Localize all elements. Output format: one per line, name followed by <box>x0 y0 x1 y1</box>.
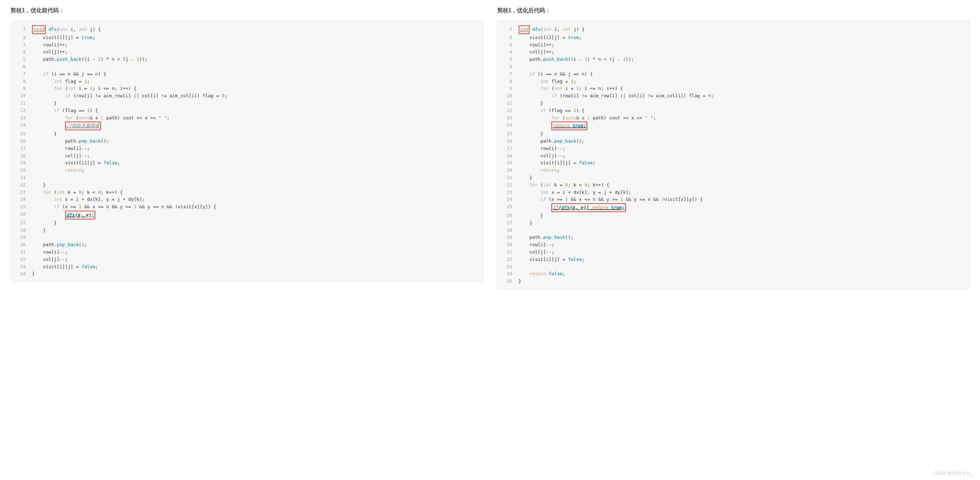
code-content: int x = i + dx[k], y = j + dy[k]; <box>519 189 964 196</box>
code-content: visit[i][j] = true; <box>519 34 964 41</box>
line-number: 2 <box>503 34 512 41</box>
code-content: void dfs(int i, int j) { <box>32 25 478 34</box>
code-line: 1int dfs(int i, int j) { <box>498 25 969 34</box>
line-number: 16 <box>503 138 512 145</box>
code-content: col[j]--; <box>32 256 478 263</box>
line-number: 8 <box>503 78 512 86</box>
code-line: 14 //此处无返回值 <box>11 122 483 130</box>
line-number: 2 <box>16 34 25 41</box>
line-number: 5 <box>503 56 512 63</box>
code-content: if (flag == 1) { <box>519 107 964 114</box>
code-line: 35} <box>498 278 969 285</box>
code-content <box>519 263 964 271</box>
line-number: 15 <box>16 130 25 138</box>
code-line: 13 for (auto& x : path) cout << x << " "… <box>498 114 969 122</box>
line-number: 11 <box>503 100 512 107</box>
code-line: 33 visit[i][j] = false; <box>11 263 483 271</box>
code-line: 29 <box>11 234 483 241</box>
line-number: 18 <box>503 152 512 160</box>
code-line: 25 if(dfs(x, y)) return true; <box>498 203 969 212</box>
code-content: } <box>32 270 478 278</box>
line-number: 18 <box>16 152 25 160</box>
code-content: row[i]++; <box>519 41 964 49</box>
code-content: } <box>32 227 478 234</box>
line-number: 10 <box>16 92 25 100</box>
code-line: 34 return false; <box>498 270 969 278</box>
code-content: col[j]++; <box>519 49 964 56</box>
line-number: 9 <box>503 85 512 92</box>
code-content: if(dfs(x, y)) return true; <box>519 203 964 212</box>
line-number: 17 <box>16 145 25 152</box>
code-content: } <box>519 278 964 285</box>
line-number: 32 <box>503 256 512 263</box>
code-line: 16 path.pop_back(); <box>498 138 969 145</box>
line-number: 19 <box>503 159 512 167</box>
line-number: 20 <box>16 167 25 174</box>
code-content: dfs(x, y); <box>32 211 478 219</box>
line-number: 12 <box>16 107 25 114</box>
code-line: 22 } <box>11 182 483 189</box>
code-line: 9 for (int i = 1; i <= n; i++) { <box>498 85 969 92</box>
code-line: 26 } <box>498 212 969 219</box>
code-content: for (auto& x : path) cout << x << " "; <box>32 114 478 122</box>
line-number: 6 <box>503 63 512 71</box>
line-number: 34 <box>503 270 512 278</box>
line-number: 34 <box>16 270 25 278</box>
code-content: if (i == n && j == n) { <box>519 71 964 78</box>
code-line: 25 if (x >= 1 && x <= n && y >= 1 && y <… <box>11 203 483 211</box>
code-content <box>519 63 964 71</box>
code-content: int flag = 1; <box>519 78 964 86</box>
code-line: 18 col[j]--; <box>11 152 483 160</box>
line-number: 20 <box>503 167 512 174</box>
code-line: 13 for (auto& x : path) cout << x << " "… <box>11 114 483 122</box>
code-content: } <box>519 174 964 182</box>
code-content <box>32 174 478 182</box>
code-content: row[i]--; <box>32 145 478 152</box>
code-content <box>32 234 478 241</box>
code-line: 26 dfs(x, y); <box>11 211 483 219</box>
code-content: row[i]--; <box>519 241 964 249</box>
line-number: 4 <box>16 49 25 56</box>
line-number: 21 <box>16 174 25 182</box>
line-number: 3 <box>16 41 25 49</box>
code-content: visit[i][j] = false; <box>519 256 964 263</box>
code-content: col[j]--; <box>32 152 478 160</box>
code-content: visit[i][j] = false; <box>519 159 964 167</box>
code-content: int flag = 1; <box>32 78 478 86</box>
line-number: 13 <box>16 114 25 122</box>
code-content: col[j]--; <box>519 152 964 160</box>
code-line: 18 col[j]--; <box>498 152 969 160</box>
right-codeblock: 1int dfs(int i, int j) {2 visit[i][j] = … <box>497 21 970 290</box>
code-content: int dfs(int i, int j) { <box>519 25 964 34</box>
code-line: 23 int x = i + dx[k], y = j + dy[k]; <box>498 189 969 196</box>
line-number: 35 <box>503 278 512 285</box>
line-number: 31 <box>503 249 512 256</box>
code-line: 11 } <box>498 100 969 107</box>
code-content: return false; <box>519 270 964 278</box>
line-number: 16 <box>16 138 25 145</box>
code-line: 19 visit[i][j] = false; <box>11 159 483 167</box>
code-line: 32 visit[i][j] = false; <box>498 256 969 263</box>
line-number: 1 <box>16 25 25 34</box>
line-number: 30 <box>503 241 512 249</box>
line-number: 23 <box>16 189 25 196</box>
code-line: 2 visit[i][j] = true; <box>11 34 483 41</box>
code-content: for (int k = 0; k < 4; k++) { <box>519 182 964 189</box>
code-line: 17 row[i]--; <box>498 145 969 152</box>
code-line: 9 for (int i = 1; i <= n; i++) { <box>11 85 483 92</box>
line-number: 29 <box>503 234 512 241</box>
code-line: 23 for (int k = 0; k < 4; k++) { <box>11 189 483 196</box>
code-line: 6 <box>11 63 483 71</box>
line-number: 28 <box>503 227 512 234</box>
code-content: col[j]--; <box>519 249 964 256</box>
code-content: row[i]++; <box>32 41 478 49</box>
code-line: 8 int flag = 1; <box>498 78 969 86</box>
code-content: for (auto& x : path) cout << x << " "; <box>519 114 964 122</box>
line-number: 14 <box>16 122 25 130</box>
line-number: 27 <box>503 219 512 227</box>
line-number: 7 <box>503 71 512 78</box>
code-line: 15 } <box>498 130 969 138</box>
line-number: 3 <box>503 41 512 49</box>
line-number: 25 <box>503 203 512 212</box>
code-content: visit[i][j] = false; <box>32 263 478 271</box>
